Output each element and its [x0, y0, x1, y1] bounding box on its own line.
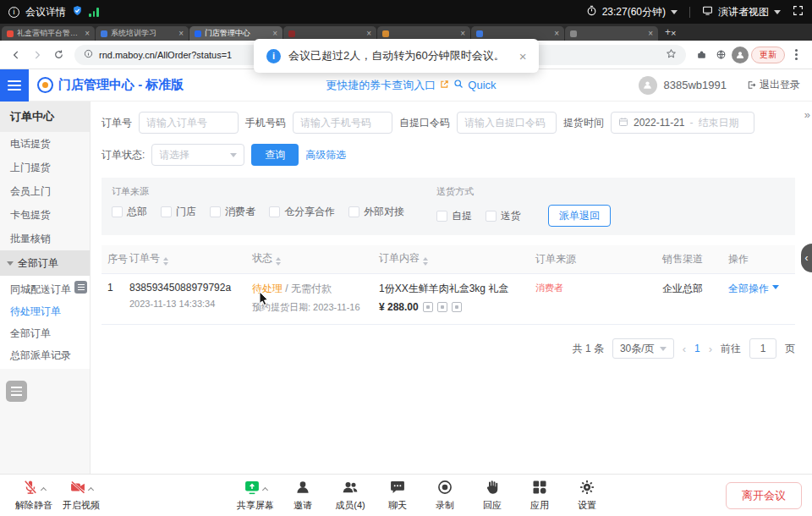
- members-button[interactable]: 成员(4): [326, 479, 374, 512]
- col-order-no[interactable]: 订单号: [129, 251, 252, 268]
- checkbox-option-consumer[interactable]: 消费者: [210, 205, 255, 219]
- forward-icon[interactable]: [28, 46, 47, 64]
- gift-icon[interactable]: [437, 302, 447, 312]
- note-icon[interactable]: [452, 302, 462, 312]
- goto-page-input[interactable]: [749, 338, 776, 359]
- sidebar-item-door-pickup[interactable]: 上门提货: [0, 156, 90, 179]
- settings-button[interactable]: 设置: [563, 479, 611, 512]
- extension-icon[interactable]: [712, 47, 729, 63]
- date-range-picker[interactable]: 2022-11-21 - 结束日期: [611, 112, 754, 134]
- share-screen-button[interactable]: 共享屏幕: [232, 479, 279, 512]
- phone-input[interactable]: [293, 112, 392, 134]
- sidebar-item-member-visit[interactable]: 会员上门: [0, 179, 90, 203]
- table-row[interactable]: 1 83859345088979792a 2023-11-13 14:33:34…: [102, 274, 795, 325]
- start-video-button[interactable]: 开启视频: [58, 479, 105, 512]
- order-no-input[interactable]: [139, 112, 239, 134]
- tab-close-icon[interactable]: ×: [85, 29, 90, 38]
- list-icon[interactable]: [6, 381, 27, 402]
- page-size-select[interactable]: 30条/页: [612, 338, 674, 359]
- sidebar-collapse-icon[interactable]: [74, 281, 87, 294]
- tab-close-icon[interactable]: ×: [366, 29, 371, 38]
- record-button[interactable]: 录制: [421, 479, 469, 512]
- shield-check-icon[interactable]: [72, 5, 83, 19]
- info-circle-icon[interactable]: i: [8, 7, 19, 18]
- tab-close-icon[interactable]: ×: [648, 29, 653, 38]
- checkbox[interactable]: [269, 206, 280, 217]
- sidebar-item-card-pickup[interactable]: 卡包提货: [0, 203, 90, 227]
- hamburger-menu-button[interactable]: [0, 69, 29, 102]
- browser-tab[interactable]: 礼盒营销平台管理中心 ×: [2, 26, 95, 41]
- tab-close-icon[interactable]: ×: [178, 29, 184, 38]
- current-page[interactable]: 1: [694, 343, 700, 354]
- logout-button[interactable]: 退出登录: [747, 78, 800, 92]
- checkbox[interactable]: [436, 211, 447, 222]
- chevron-down-icon[interactable]: [774, 10, 781, 18]
- bookmark-star-icon[interactable]: [666, 48, 677, 61]
- checkbox[interactable]: [486, 211, 497, 222]
- chat-button[interactable]: 聊天: [374, 479, 421, 512]
- checkbox[interactable]: [210, 206, 221, 217]
- sidebar-item-hq-dispatch-log[interactable]: 总部派单记录: [0, 344, 90, 366]
- sidebar-item-all-orders[interactable]: 全部订单: [0, 322, 90, 344]
- apps-button[interactable]: 应用: [516, 479, 563, 512]
- order-no-value[interactable]: 83859345088979792a: [129, 282, 252, 294]
- next-page-icon[interactable]: ›: [709, 343, 712, 355]
- sidebar-item-batch-verify[interactable]: 批量核销: [0, 227, 90, 250]
- update-button[interactable]: 更新: [751, 47, 785, 63]
- checkbox[interactable]: [112, 206, 123, 217]
- sidebar-group-all-orders[interactable]: 全部订单: [0, 250, 90, 276]
- chevron-up-icon[interactable]: [88, 486, 94, 492]
- quick-label[interactable]: Quick: [468, 79, 496, 91]
- chevron-down-icon[interactable]: [671, 10, 678, 18]
- promo-text[interactable]: 更快捷的券卡查询入口: [326, 78, 436, 93]
- back-icon[interactable]: [7, 46, 25, 64]
- close-icon[interactable]: ×: [519, 49, 527, 63]
- phone-icon[interactable]: [423, 302, 433, 312]
- fullscreen-icon[interactable]: [793, 5, 804, 19]
- checkbox-option-external[interactable]: 外部对接: [348, 205, 404, 219]
- logout-label[interactable]: 退出登录: [760, 78, 800, 92]
- unmute-button[interactable]: 解除静音: [10, 479, 58, 512]
- meeting-detail-label[interactable]: 会议详情: [25, 5, 66, 19]
- user-avatar-icon[interactable]: [639, 76, 657, 95]
- prev-page-icon[interactable]: ‹: [683, 343, 686, 355]
- advanced-filter-link[interactable]: 高级筛选: [305, 148, 346, 162]
- window-close-icon[interactable]: ×: [671, 28, 676, 38]
- refresh-icon[interactable]: [49, 46, 68, 64]
- checkbox-option-share-coop[interactable]: 仓分享合作: [269, 205, 335, 219]
- sidebar-item-pending-orders[interactable]: 待处理订单: [0, 300, 90, 322]
- tab-close-icon[interactable]: ×: [460, 29, 465, 38]
- checkbox-option-store[interactable]: 门店: [161, 205, 196, 219]
- browser-tab[interactable]: 系统培训学习 ×: [96, 26, 189, 41]
- col-status[interactable]: 状态: [252, 251, 379, 268]
- reaction-button[interactable]: 回应: [469, 479, 516, 512]
- browser-tab[interactable]: ×: [565, 26, 658, 41]
- quick-query-link[interactable]: 更快捷的券卡查询入口 Quick: [326, 78, 496, 93]
- date-start-value[interactable]: 2022-11-21: [634, 117, 685, 129]
- all-actions-dropdown[interactable]: 全部操作: [728, 283, 769, 294]
- checkbox[interactable]: [348, 206, 359, 217]
- tab-close-icon[interactable]: ×: [272, 29, 277, 38]
- checkbox-option-hq[interactable]: 总部: [112, 205, 147, 219]
- search-button[interactable]: 查询: [251, 144, 299, 166]
- chevron-up-icon[interactable]: [262, 486, 268, 492]
- checkbox[interactable]: [161, 206, 172, 217]
- checkbox-option-delivery[interactable]: 送货: [486, 209, 521, 223]
- extension-icon[interactable]: [693, 47, 710, 63]
- invite-button[interactable]: 邀请: [279, 479, 326, 512]
- view-mode-label[interactable]: 演讲者视图: [718, 5, 769, 19]
- panel-toggle-chevron-left[interactable]: ‹: [801, 244, 812, 272]
- pickup-code-input[interactable]: [457, 112, 557, 134]
- site-info-icon[interactable]: [84, 49, 93, 60]
- collapse-chevrons-icon[interactable]: »: [804, 108, 810, 121]
- sidebar-item-phone-pickup[interactable]: 电话提货: [0, 132, 90, 156]
- col-content[interactable]: 订单内容: [379, 251, 535, 268]
- checkbox-option-self-pickup[interactable]: 自提: [436, 209, 472, 223]
- dispatch-return-button[interactable]: 派单退回: [548, 205, 611, 227]
- chevron-up-icon[interactable]: [41, 486, 47, 492]
- new-tab-button[interactable]: +: [665, 26, 671, 38]
- order-status-select[interactable]: 请选择: [151, 144, 244, 166]
- leave-meeting-button[interactable]: 离开会议: [726, 482, 802, 509]
- menu-kebab-icon[interactable]: [795, 53, 798, 56]
- profile-avatar[interactable]: [732, 47, 749, 63]
